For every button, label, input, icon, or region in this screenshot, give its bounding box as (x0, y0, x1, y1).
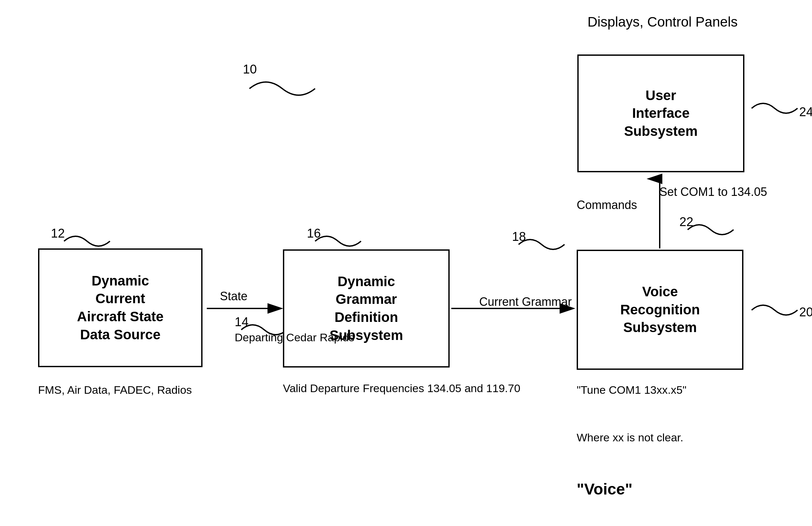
dynamic-current-box: Dynamic Current Aircraft State Data Sour… (38, 248, 203, 367)
ref-12: 12 (51, 227, 65, 240)
ref-20: 20 (799, 305, 812, 319)
where-xx-label: Where xx is not clear. (577, 430, 683, 445)
valid-departure-label: Valid Departure Frequencies 134.05 and 1… (283, 381, 520, 396)
voice-recognition-label: Voice Recognition Subsystem (620, 283, 700, 337)
state-label: State (220, 288, 247, 305)
tune-com1-label: "Tune COM1 13xx.x5" (577, 382, 687, 398)
ref-18: 18 (512, 230, 526, 244)
departing-cedar-rapids-label: Departing Cedar Rapids (235, 330, 354, 346)
ref-24: 24 (799, 105, 812, 119)
commands-label: Commands (577, 197, 637, 213)
current-grammar-label: Current Grammar (479, 294, 572, 310)
diagram-container: Displays, Control Panels User Interface … (0, 0, 812, 526)
ref-16: 16 (307, 227, 321, 240)
ref-22: 22 (679, 215, 693, 229)
ref-14: 14 (235, 315, 248, 329)
set-com1-label: Set COM1 to 134.05 (659, 184, 767, 200)
user-interface-box: User Interface Subsystem (577, 55, 744, 172)
ref-10: 10 (243, 62, 257, 76)
fms-air-data-label: FMS, Air Data, FADEC, Radios (38, 382, 192, 398)
displays-control-label: Displays, Control Panels (588, 13, 738, 31)
voice-quote-label: "Voice" (577, 479, 633, 499)
dynamic-current-label: Dynamic Current Aircraft State Data Sour… (77, 272, 164, 344)
user-interface-label: User Interface Subsystem (624, 87, 697, 141)
dynamic-grammar-box: Dynamic Grammar Definition Subsystem (283, 249, 450, 367)
voice-recognition-box: Voice Recognition Subsystem (577, 250, 743, 370)
